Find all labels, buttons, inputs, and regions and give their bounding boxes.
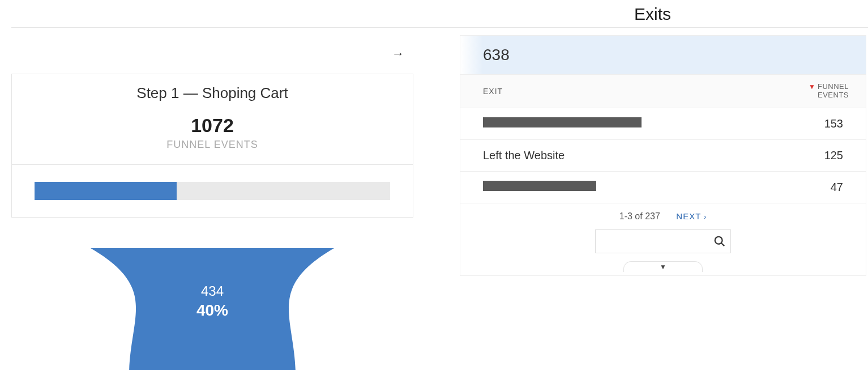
svg-line-1 [721, 243, 724, 246]
funnel-progress-fill [35, 182, 177, 200]
funnel-events-value: 1072 [12, 108, 413, 137]
expand-toggle[interactable]: ▼ [623, 261, 703, 272]
funnel-step-title: Step 1 — Shoping Cart [12, 74, 413, 108]
caret-down-icon: ▼ [660, 263, 666, 271]
funnel-progress-track [35, 182, 390, 200]
table-row[interactable]: 153 [460, 108, 866, 140]
exits-search-input[interactable] [596, 230, 730, 253]
exit-row-label [483, 117, 642, 130]
exit-row-label [483, 181, 596, 194]
exits-pager-next[interactable]: NEXT › [676, 211, 707, 221]
exits-heading: Exits [634, 5, 671, 24]
exits-column-funnel-events[interactable]: ▼ FUNNEL EVENTS [809, 83, 849, 100]
exits-pager-range: 1-3 of 237 [619, 211, 660, 221]
exits-pager-next-label: NEXT [676, 211, 701, 221]
panel-divider [11, 27, 868, 28]
svg-point-0 [715, 237, 722, 244]
funnel-events-label: FUNNEL EVENTS [12, 137, 413, 164]
exit-row-value: 47 [831, 181, 843, 194]
funnel-transition-count: 434 [11, 283, 413, 299]
exits-pager: 1-3 of 237 NEXT › [460, 203, 866, 226]
funnel-shape: 434 40% [11, 248, 413, 370]
search-icon[interactable] [713, 235, 726, 248]
chevron-right-icon: › [704, 213, 707, 221]
table-row[interactable]: 47 [460, 172, 866, 203]
funnel-progress [12, 165, 413, 217]
exit-row-value: 125 [824, 149, 843, 162]
table-row[interactable]: Left the Website125 [460, 140, 866, 172]
exit-row-label: Left the Website [483, 149, 565, 162]
exits-column-exit[interactable]: EXIT [483, 87, 503, 96]
funnel-step-card: Step 1 — Shoping Cart 1072 FUNNEL EVENTS [11, 74, 413, 218]
exits-table-header: EXIT ▼ FUNNEL EVENTS [460, 75, 866, 108]
exits-search[interactable] [595, 229, 731, 253]
sort-desc-icon: ▼ [809, 83, 815, 91]
exit-row-value: 153 [824, 117, 843, 130]
redacted-text [483, 181, 596, 191]
arrow-right-icon: → [392, 46, 404, 61]
funnel-transition-percent: 40% [11, 301, 413, 320]
exits-panel: 638 EXIT ▼ FUNNEL EVENTS 153Left the Web… [460, 35, 866, 276]
exits-total: 638 [460, 36, 866, 75]
exits-column-funnel-events-label: FUNNEL EVENTS [818, 83, 849, 100]
redacted-text [483, 117, 642, 127]
